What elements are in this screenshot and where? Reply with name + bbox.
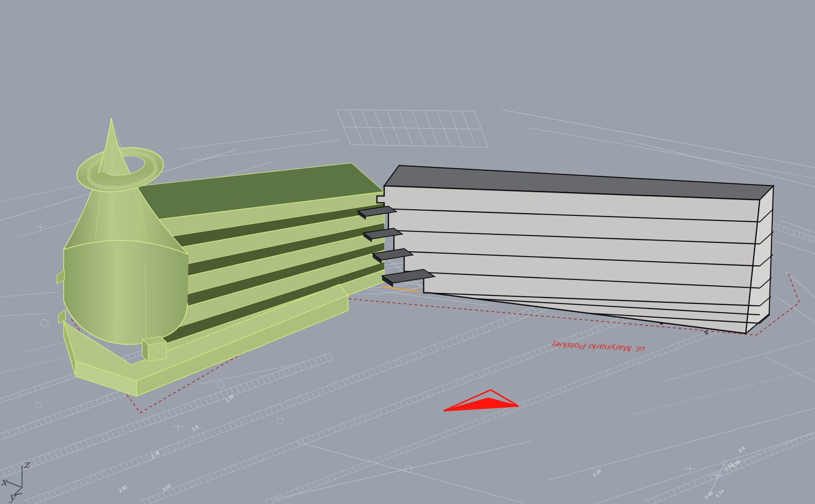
cad-viewport-stage[interactable]: ul. Marynarki Polskiej xyxy=(0,0,815,504)
viewport-3d[interactable]: ul. Marynarki Polskiej xyxy=(0,0,815,504)
green-cube-notch xyxy=(142,336,166,361)
